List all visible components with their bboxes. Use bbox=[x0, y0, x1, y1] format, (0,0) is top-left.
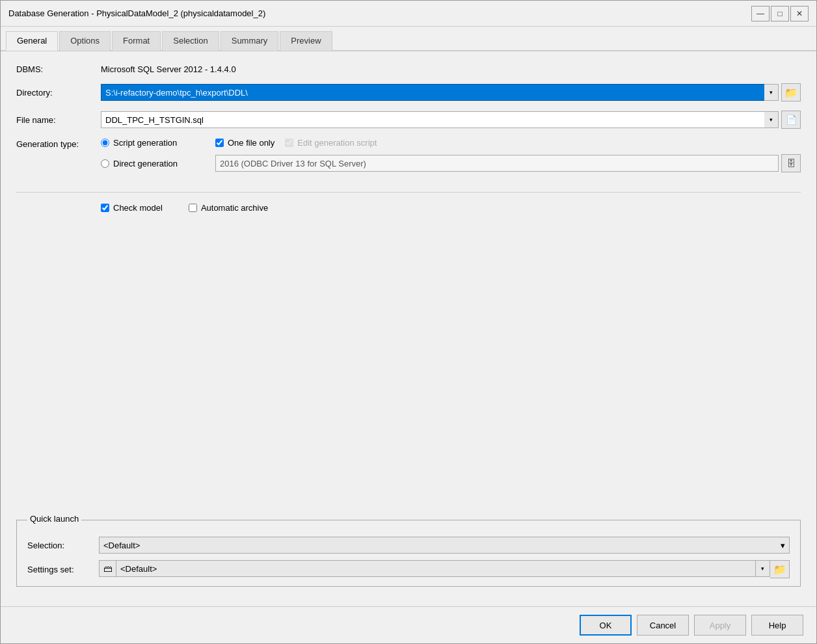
tab-bar: General Options Format Selection Summary… bbox=[1, 27, 816, 51]
one-file-only-label[interactable]: One file only bbox=[215, 138, 275, 148]
direct-gen-radio[interactable] bbox=[101, 159, 109, 168]
dbms-label: DBMS: bbox=[16, 64, 101, 74]
tab-options[interactable]: Options bbox=[59, 31, 111, 51]
folder-icon: 📁 bbox=[784, 87, 797, 99]
settings-dropdown-arrow[interactable]: ▾ bbox=[755, 561, 770, 576]
close-button[interactable]: ✕ bbox=[790, 6, 809, 21]
settings-browse-button[interactable]: 📁 bbox=[770, 560, 790, 578]
check-model-text: Check model bbox=[113, 203, 163, 213]
filename-label: File name: bbox=[16, 115, 101, 125]
check-model-label[interactable]: Check model bbox=[101, 203, 163, 213]
script-gen-radio[interactable] bbox=[101, 139, 109, 147]
ok-button[interactable]: OK bbox=[580, 615, 632, 636]
direct-gen-input-wrap: 🗄 bbox=[215, 154, 801, 172]
tab-general[interactable]: General bbox=[6, 31, 58, 51]
directory-input-wrap: ▾ bbox=[101, 84, 779, 101]
gen-type-label: Generation type: bbox=[16, 138, 101, 149]
direct-gen-row: Direct generation 🗄 bbox=[101, 154, 801, 172]
direct-gen-radio-label[interactable]: Direct generation bbox=[101, 159, 205, 168]
directory-browse-button[interactable]: 📁 bbox=[781, 83, 801, 101]
one-file-only-checkbox[interactable] bbox=[215, 139, 224, 147]
ql-settings-wrap: 🗃 <Default> ▾ 📁 bbox=[99, 560, 790, 578]
filename-control: ▾ 📄 bbox=[101, 111, 801, 129]
directory-dropdown-btn[interactable]: ▾ bbox=[764, 84, 779, 101]
main-content: DBMS: Microsoft SQL Server 2012 - 1.4.4.… bbox=[1, 51, 816, 606]
ql-selection-dropdown[interactable]: <Default> ▾ bbox=[99, 537, 790, 554]
filename-input-wrap: ▾ bbox=[101, 111, 779, 128]
maximize-button[interactable]: □ bbox=[771, 6, 789, 21]
window-title: Database Generation - PhysicalDataModel_… bbox=[8, 8, 265, 18]
auto-archive-label[interactable]: Automatic archive bbox=[189, 203, 268, 213]
filename-input[interactable] bbox=[101, 111, 764, 128]
directory-input[interactable] bbox=[101, 84, 764, 101]
ql-settings-row: Settings set: 🗃 <Default> ▾ 📁 bbox=[27, 560, 790, 578]
ql-selection-row: Selection: <Default> ▾ bbox=[27, 537, 790, 554]
footer: OK Cancel Apply Help bbox=[1, 606, 816, 643]
filename-browse-button[interactable]: 📄 bbox=[781, 111, 801, 129]
settings-icon-box: 🗃 bbox=[100, 561, 116, 576]
direct-gen-browse-button[interactable]: 🗄 bbox=[781, 154, 801, 172]
direct-gen-input[interactable] bbox=[215, 155, 779, 172]
tab-format[interactable]: Format bbox=[112, 31, 161, 51]
edit-gen-script-checkbox[interactable] bbox=[285, 139, 293, 147]
cancel-button[interactable]: Cancel bbox=[637, 615, 689, 636]
ql-selection-wrap: <Default> ▾ bbox=[99, 537, 790, 554]
apply-button[interactable]: Apply bbox=[694, 615, 746, 636]
ql-selection-label: Selection: bbox=[27, 541, 99, 550]
edit-gen-script-text: Edit generation script bbox=[297, 138, 377, 148]
auto-archive-checkbox[interactable] bbox=[189, 204, 197, 212]
main-window: Database Generation - PhysicalDataModel_… bbox=[0, 0, 817, 644]
script-gen-text: Script generation bbox=[113, 138, 177, 148]
title-buttons: — □ ✕ bbox=[751, 6, 809, 21]
minimize-button[interactable]: — bbox=[751, 6, 770, 21]
settings-table-icon: 🗃 bbox=[103, 563, 113, 574]
divider bbox=[16, 192, 801, 193]
dbms-row: DBMS: Microsoft SQL Server 2012 - 1.4.4.… bbox=[16, 64, 801, 74]
help-button[interactable]: Help bbox=[751, 615, 803, 636]
ql-settings-label: Settings set: bbox=[27, 565, 99, 574]
auto-archive-text: Automatic archive bbox=[201, 203, 268, 213]
directory-row: Directory: ▾ 📁 bbox=[16, 83, 801, 101]
check-row: Check model Automatic archive bbox=[16, 203, 801, 213]
gen-type-section: Generation type: Script generation One f… bbox=[16, 138, 801, 172]
title-bar: Database Generation - PhysicalDataModel_… bbox=[1, 1, 816, 27]
edit-gen-script-label[interactable]: Edit generation script bbox=[285, 138, 377, 148]
ql-selection-value: <Default> bbox=[103, 541, 140, 550]
filename-row: File name: ▾ 📄 bbox=[16, 111, 801, 129]
tab-summary[interactable]: Summary bbox=[221, 31, 279, 51]
tab-selection[interactable]: Selection bbox=[162, 31, 219, 51]
script-gen-row: Script generation One file only Edit gen… bbox=[101, 138, 801, 148]
file-icon: 📄 bbox=[786, 114, 797, 125]
directory-control: ▾ 📁 bbox=[101, 83, 801, 101]
directory-label: Directory: bbox=[16, 88, 101, 98]
check-model-checkbox[interactable] bbox=[101, 204, 109, 212]
direct-gen-file-icon: 🗄 bbox=[786, 158, 796, 168]
dbms-value: Microsoft SQL Server 2012 - 1.4.4.0 bbox=[101, 64, 236, 74]
settings-folder-icon: 📁 bbox=[773, 563, 786, 576]
quick-launch-section: Quick launch Selection: <Default> ▾ Sett… bbox=[16, 520, 801, 587]
tab-preview[interactable]: Preview bbox=[280, 31, 332, 51]
direct-gen-text: Direct generation bbox=[113, 159, 178, 168]
script-gen-radio-label[interactable]: Script generation bbox=[101, 138, 205, 148]
ql-selection-arrow: ▾ bbox=[781, 541, 785, 550]
one-file-only-text: One file only bbox=[228, 138, 275, 148]
quick-launch-title: Quick launch bbox=[27, 514, 81, 524]
filename-dropdown-btn[interactable]: ▾ bbox=[764, 111, 779, 128]
gen-options: Script generation One file only Edit gen… bbox=[101, 138, 801, 172]
ql-settings-value: <Default> bbox=[116, 563, 755, 575]
